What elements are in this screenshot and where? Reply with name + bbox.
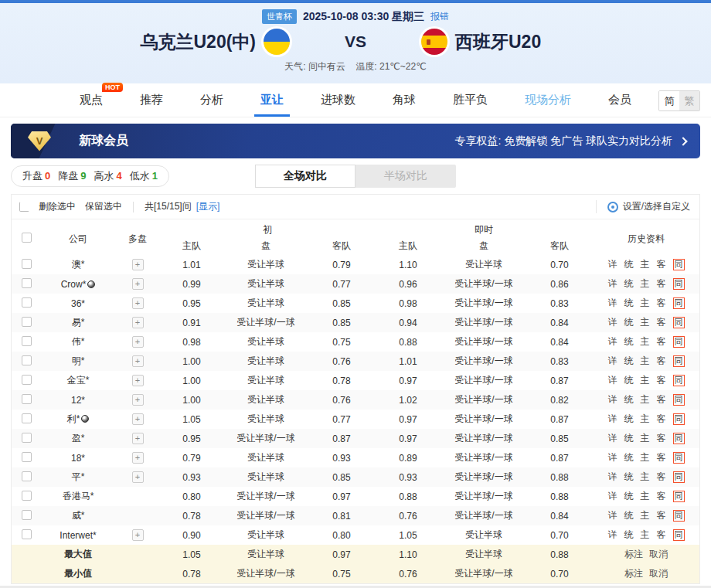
history-link-客[interactable]: 客	[657, 374, 666, 387]
history-link-详[interactable]: 详	[608, 451, 617, 464]
history-link-客[interactable]: 客	[657, 509, 666, 522]
history-link-统[interactable]: 统	[624, 451, 634, 464]
history-same-link[interactable]: 同	[673, 471, 685, 483]
history-link-详[interactable]: 详	[608, 490, 617, 503]
row-checkbox[interactable]	[22, 452, 32, 462]
row-checkbox[interactable]	[22, 491, 32, 501]
row-checkbox[interactable]	[22, 375, 32, 385]
expand-multi-odds-button[interactable]: +	[132, 433, 144, 444]
history-same-link[interactable]: 同	[673, 355, 685, 367]
history-link-统[interactable]: 统	[624, 393, 634, 406]
tab-full-match[interactable]: 全场对比	[255, 165, 356, 188]
expand-multi-odds-button[interactable]: +	[132, 529, 144, 541]
nav-tab-胜平负[interactable]: 胜平负	[451, 84, 489, 116]
history-link-统[interactable]: 统	[624, 277, 634, 291]
expand-multi-odds-button[interactable]: +	[132, 471, 144, 483]
history-link-详[interactable]: 详	[608, 471, 617, 484]
history-link-详[interactable]: 详	[608, 413, 617, 426]
nav-tab-分析[interactable]: 分析	[199, 84, 225, 116]
history-link-客[interactable]: 客	[657, 451, 666, 464]
history-same-link[interactable]: 同	[673, 259, 685, 270]
row-checkbox[interactable]	[22, 259, 32, 269]
history-link-主[interactable]: 主	[641, 277, 650, 291]
lang-traditional-button[interactable]: 繁	[679, 91, 699, 110]
row-checkbox[interactable]	[22, 336, 32, 346]
row-checkbox[interactable]	[22, 297, 32, 308]
nav-tab-现场分析[interactable]: 现场分析	[523, 84, 573, 116]
nav-tab-推荐[interactable]: 推荐	[138, 84, 165, 116]
history-link-统[interactable]: 统	[624, 258, 634, 271]
history-link-统[interactable]: 统	[624, 529, 634, 542]
history-link-详[interactable]: 详	[608, 374, 617, 387]
history-link-主[interactable]: 主	[641, 393, 650, 406]
summary-action-标注[interactable]: 标注	[624, 549, 643, 559]
history-link-主[interactable]: 主	[641, 432, 650, 445]
history-link-客[interactable]: 客	[657, 490, 666, 503]
history-link-统[interactable]: 统	[624, 413, 634, 426]
nav-tab-观点[interactable]: 观点HOT	[78, 84, 104, 116]
history-link-详[interactable]: 详	[608, 277, 617, 291]
history-link-主[interactable]: 主	[641, 413, 650, 426]
history-link-主[interactable]: 主	[641, 297, 650, 310]
nav-tab-亚让[interactable]: 亚让	[259, 84, 285, 116]
history-link-客[interactable]: 客	[657, 432, 666, 445]
history-link-主[interactable]: 主	[641, 374, 650, 387]
history-same-link[interactable]: 同	[673, 413, 685, 425]
history-link-客[interactable]: 客	[657, 277, 666, 291]
history-link-统[interactable]: 统	[624, 509, 634, 522]
history-link-客[interactable]: 客	[657, 258, 666, 271]
expand-multi-odds-button[interactable]: +	[132, 394, 144, 406]
summary-action-取消[interactable]: 取消	[649, 549, 668, 559]
history-link-主[interactable]: 主	[641, 316, 650, 329]
expand-multi-odds-button[interactable]: +	[132, 297, 144, 309]
history-same-link[interactable]: 同	[673, 433, 685, 444]
history-same-link[interactable]: 同	[673, 510, 685, 522]
summary-action-标注[interactable]: 标注	[624, 568, 643, 579]
history-same-link[interactable]: 同	[673, 375, 685, 386]
history-link-主[interactable]: 主	[641, 335, 650, 348]
nav-tab-角球[interactable]: 角球	[391, 84, 417, 116]
row-checkbox[interactable]	[22, 471, 32, 481]
history-link-主[interactable]: 主	[641, 509, 650, 522]
expand-multi-odds-button[interactable]: +	[132, 355, 144, 367]
history-link-主[interactable]: 主	[641, 529, 650, 542]
history-same-link[interactable]: 同	[673, 491, 685, 502]
expand-multi-odds-button[interactable]: +	[132, 413, 144, 425]
header-checkbox[interactable]	[22, 233, 32, 243]
history-link-统[interactable]: 统	[624, 316, 634, 329]
summary-action-取消[interactable]: 取消	[649, 568, 668, 579]
lang-simplified-button[interactable]: 简	[659, 91, 679, 110]
expand-multi-odds-button[interactable]: +	[132, 336, 144, 348]
vip-banner[interactable]: V 新球会员 专享权益: 免费解锁 免广告 球队实力对比分析	[11, 124, 700, 158]
history-link-统[interactable]: 统	[624, 432, 634, 445]
history-link-客[interactable]: 客	[657, 335, 666, 348]
history-link-详[interactable]: 详	[608, 393, 617, 406]
row-checkbox[interactable]	[22, 433, 32, 443]
show-link[interactable]: [显示]	[196, 200, 220, 213]
history-link-客[interactable]: 客	[657, 393, 666, 406]
history-same-link[interactable]: 同	[673, 317, 685, 328]
history-link-详[interactable]: 详	[608, 297, 617, 310]
keep-selected-button[interactable]: 保留选中	[85, 200, 122, 213]
row-checkbox[interactable]	[22, 510, 32, 520]
history-link-统[interactable]: 统	[624, 374, 634, 387]
delete-selected-button[interactable]: 删除选中	[39, 200, 76, 213]
expand-multi-odds-button[interactable]: +	[132, 317, 144, 328]
row-checkbox[interactable]	[22, 529, 32, 539]
history-same-link[interactable]: 同	[673, 297, 685, 309]
history-link-统[interactable]: 统	[624, 355, 634, 368]
history-link-统[interactable]: 统	[624, 335, 634, 348]
tab-half-match[interactable]: 半场对比	[356, 165, 456, 188]
history-link-主[interactable]: 主	[641, 490, 650, 503]
history-link-统[interactable]: 统	[624, 490, 634, 503]
expand-multi-odds-button[interactable]: +	[132, 452, 144, 464]
history-link-详[interactable]: 详	[608, 355, 617, 368]
history-link-主[interactable]: 主	[641, 471, 650, 484]
history-link-详[interactable]: 详	[608, 316, 617, 329]
history-link-详[interactable]: 详	[608, 509, 617, 522]
history-same-link[interactable]: 同	[673, 336, 685, 348]
history-same-link[interactable]: 同	[673, 529, 685, 541]
history-link-客[interactable]: 客	[657, 316, 666, 329]
history-link-详[interactable]: 详	[608, 432, 617, 445]
history-link-客[interactable]: 客	[657, 471, 666, 484]
